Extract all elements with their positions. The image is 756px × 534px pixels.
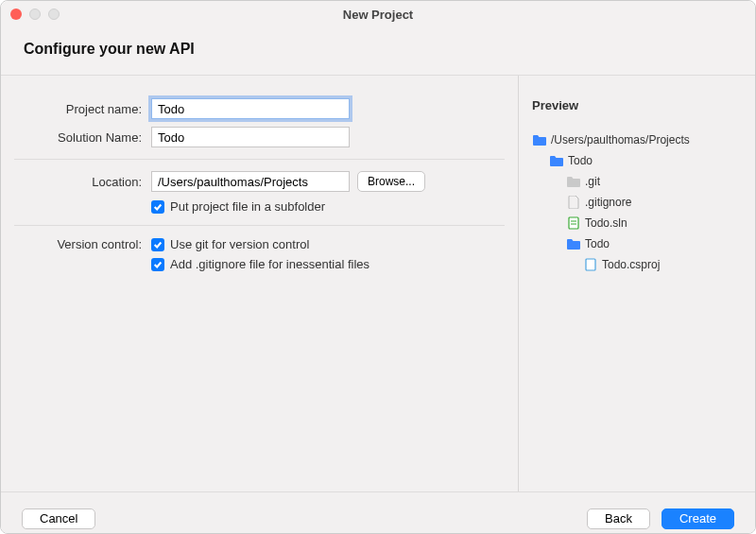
page-title: Configure your new API [24,41,732,58]
solution-name-label: Solution Name: [14,130,151,145]
divider [14,159,505,160]
window-titlebar: New Project [1,1,755,27]
add-gitignore-checkbox-label: Add .gitignore file for inessential file… [170,257,369,271]
dialog-header: Configure your new API [1,27,755,76]
cancel-button[interactable]: Cancel [22,508,95,529]
create-button[interactable]: Create [662,508,734,529]
dialog-content: Project name: Solution Name: Location: B… [1,76,755,491]
solution-file-icon [566,216,581,230]
project-name-input[interactable] [151,98,350,119]
location-input[interactable] [151,171,350,192]
tree-folder-project: Todo [532,233,742,254]
solution-name-input[interactable] [151,127,350,147]
folder-icon [532,133,547,146]
tree-folder-solution: Todo [532,150,742,171]
folder-icon [566,237,581,250]
divider [14,225,505,226]
subfolder-checkbox-label: Put project file in a subfolder [170,199,325,214]
tree-folder-git: .git [532,171,742,192]
subfolder-checkbox[interactable] [151,200,164,214]
svg-rect-3 [586,259,595,270]
back-button[interactable]: Back [587,508,650,529]
project-file-icon [583,258,598,271]
tree-file-csproj: Todo.csproj [532,254,742,275]
folder-icon [566,175,581,188]
add-gitignore-checkbox[interactable] [151,258,164,271]
project-name-label: Project name: [14,102,151,116]
form-pane: Project name: Solution Name: Location: B… [1,76,519,491]
preview-tree: /Users/paulthomas/Projects Todo .git .gi… [532,129,742,275]
tree-file-sln: Todo.sln [532,213,742,233]
dialog-footer: Cancel Back Create [1,491,755,534]
tree-file-gitignore: .gitignore [532,192,742,213]
use-git-checkbox-label: Use git for version control [170,237,309,251]
preview-pane: Preview /Users/paulthomas/Projects Todo … [519,76,755,491]
window-title: New Project [1,8,755,22]
preview-heading: Preview [532,98,742,112]
location-label: Location: [14,175,151,189]
folder-icon [549,154,564,167]
browse-button[interactable]: Browse... [357,171,425,192]
file-icon [566,196,581,209]
tree-folder-root: /Users/paulthomas/Projects [532,129,742,150]
version-control-label: Version control: [14,237,151,251]
use-git-checkbox[interactable] [151,238,164,251]
svg-rect-0 [569,217,578,229]
